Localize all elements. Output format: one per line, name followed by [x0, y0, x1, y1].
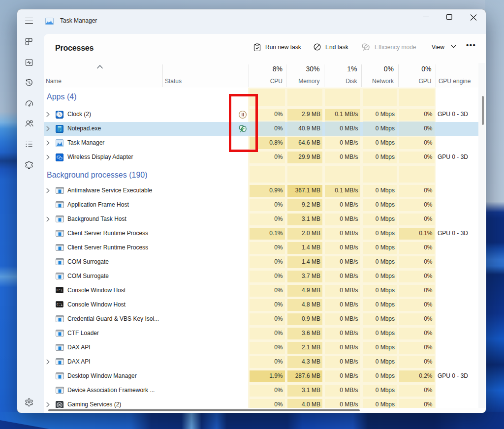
svg-text:C:\: C:\: [57, 288, 63, 292]
svg-text:C:\: C:\: [57, 303, 63, 306]
